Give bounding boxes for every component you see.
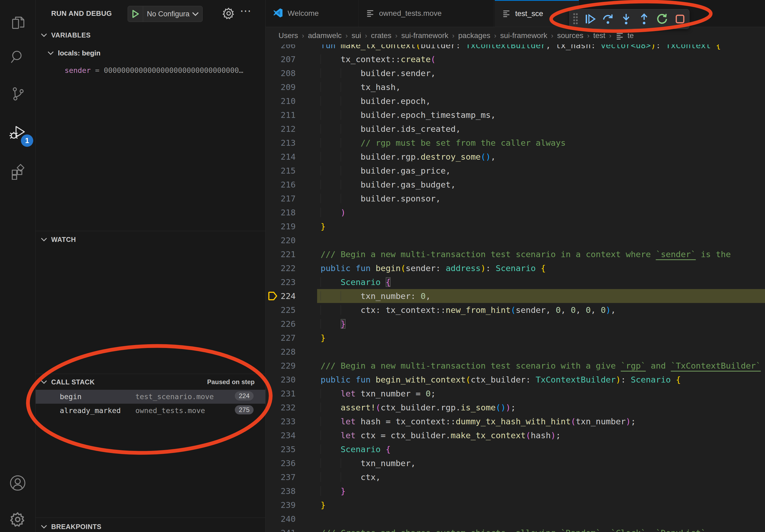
breadcrumb-item[interactable]: Users	[279, 31, 298, 40]
activity-extensions-icon[interactable]	[0, 157, 35, 186]
line-number[interactable]: 219	[266, 219, 296, 233]
gear-icon[interactable]	[221, 6, 236, 21]
ellipsis-icon[interactable]: ⋯	[240, 4, 252, 17]
line-number[interactable]: 208	[266, 66, 296, 80]
code-line[interactable]: 241/// Creates and shares system objects…	[266, 526, 765, 532]
activity-debug-icon[interactable]: 1	[0, 118, 35, 147]
code-line[interactable]: 218 )	[266, 205, 765, 219]
breadcrumb-item[interactable]: sui-framework	[500, 31, 547, 40]
line-number[interactable]: 212	[266, 122, 296, 136]
code-line[interactable]: 238 }	[266, 484, 765, 498]
breadcrumb-item[interactable]: crates	[371, 31, 391, 40]
line-number[interactable]: 220	[266, 233, 296, 247]
code-line[interactable]: 239}	[266, 498, 765, 512]
code-line[interactable]: 207 tx_context::create(	[266, 52, 765, 66]
code-line[interactable]: 217 builder.sponsor,	[266, 191, 765, 205]
tab-test_sce[interactable]: test_sce	[495, 0, 579, 27]
code-line[interactable]: 232 assert!(ctx_builder.rgp.is_some());	[266, 400, 765, 414]
line-number[interactable]: 233	[266, 414, 296, 428]
step-over-icon[interactable]	[599, 10, 617, 28]
line-number[interactable]: 218	[266, 205, 296, 219]
step-out-icon[interactable]	[635, 10, 653, 28]
line-number[interactable]: 235	[266, 442, 296, 456]
code-line[interactable]: 223 Scenario {	[266, 275, 765, 289]
variables-scope-row[interactable]: locals: begin	[36, 46, 265, 60]
tab-welcome[interactable]: Welcome	[266, 0, 359, 27]
code-line[interactable]: 235 Scenario {	[266, 442, 765, 456]
line-number[interactable]: 236	[266, 456, 296, 470]
activity-settings-gear-icon[interactable]	[0, 505, 35, 532]
activity-files-icon[interactable]	[0, 8, 35, 38]
code-line[interactable]: 209 tx_hash,	[266, 80, 765, 94]
code-line[interactable]: 237 ctx,	[266, 470, 765, 484]
code-line[interactable]: 216 builder.gas_budget,	[266, 177, 765, 191]
code-line[interactable]: 234 let ctx = ctx_builder.make_tx_contex…	[266, 428, 765, 442]
line-number[interactable]: 221	[266, 247, 296, 261]
line-number[interactable]: 231	[266, 387, 296, 400]
breadcrumb-item[interactable]: sui	[352, 31, 361, 40]
line-number[interactable]: 215	[266, 164, 296, 177]
code-line[interactable]: 222public fun begin(sender: address): Sc…	[266, 261, 765, 275]
breadcrumb-item[interactable]: te	[627, 31, 634, 40]
line-number[interactable]: 217	[266, 191, 296, 205]
code-line[interactable]: 208 builder.sender,	[266, 66, 765, 80]
tab-owned_tests-move[interactable]: owned_tests.move	[359, 0, 494, 27]
line-number[interactable]: 216	[266, 177, 296, 191]
restart-icon[interactable]	[653, 10, 671, 28]
code-line[interactable]: 211 builder.epoch_timestamp_ms,	[266, 108, 765, 122]
stop-icon[interactable]	[671, 10, 689, 28]
activity-account-icon[interactable]	[0, 468, 35, 498]
line-number[interactable]: 227	[266, 331, 296, 345]
code-line[interactable]: 219}	[266, 219, 765, 233]
code-line[interactable]: 220	[266, 233, 765, 247]
code-line[interactable]: 225 ctx: tx_context::new_from_hint(sende…	[266, 303, 765, 317]
code-line[interactable]: 230public fun begin_with_context(ctx_bui…	[266, 373, 765, 387]
line-number[interactable]: 211	[266, 108, 296, 122]
code-line[interactable]: 214 builder.rgp.destroy_some(),	[266, 150, 765, 164]
line-number[interactable]: 237	[266, 470, 296, 484]
start-debug-icon[interactable]	[128, 6, 143, 22]
variable-row[interactable]: sender = 0000000000000000000000000000000…	[36, 63, 265, 77]
call-stack-frame[interactable]: begintest_scenario.move224	[36, 390, 265, 404]
line-number[interactable]: 229	[266, 359, 296, 373]
watch-section-header[interactable]: WATCH	[36, 232, 265, 246]
call-stack-frame[interactable]: already_markedowned_tests.move275	[36, 404, 265, 417]
activity-search-icon[interactable]	[0, 42, 35, 72]
line-number[interactable]: 228	[266, 345, 296, 359]
call-stack-section-header[interactable]: CALL STACK Paused on step	[36, 375, 265, 389]
line-number[interactable]: 209	[266, 80, 296, 94]
code-line[interactable]: 215 builder.gas_price,	[266, 164, 765, 177]
line-number[interactable]: 213	[266, 136, 296, 150]
code-line[interactable]: 224 txn_number: 0,	[266, 289, 765, 303]
breakpoints-section-header[interactable]: BREAKPOINTS	[36, 520, 265, 532]
code-editor[interactable]: 206fun make_tx_context(builder: TxContex…	[266, 38, 765, 532]
line-number[interactable]: 223	[266, 275, 296, 289]
breadcrumb[interactable]: Users›adamwelc›sui›crates›sui-framework›…	[266, 27, 765, 45]
line-number[interactable]: 238	[266, 484, 296, 498]
line-number[interactable]: 234	[266, 428, 296, 442]
code-line[interactable]: 233 let hash = tx_context::dummy_tx_hash…	[266, 414, 765, 428]
code-line[interactable]: 221/// Begin a new multi-transaction tes…	[266, 247, 765, 261]
continue-icon[interactable]	[581, 10, 599, 28]
line-number[interactable]: 214	[266, 150, 296, 164]
line-number[interactable]: 207	[266, 52, 296, 66]
breadcrumb-item[interactable]: sui-framework	[401, 31, 448, 40]
code-line[interactable]: 210 builder.epoch,	[266, 94, 765, 108]
line-number[interactable]: 226	[266, 317, 296, 331]
breadcrumb-item[interactable]: packages	[458, 31, 490, 40]
line-number[interactable]: 241	[266, 526, 296, 532]
breadcrumb-item[interactable]: adamwelc	[308, 31, 342, 40]
line-number[interactable]: 222	[266, 261, 296, 275]
breadcrumb-item[interactable]: sources	[557, 31, 583, 40]
line-number[interactable]: 240	[266, 512, 296, 526]
code-line[interactable]: 227}	[266, 331, 765, 345]
code-line[interactable]: 212 builder.ids_created,	[266, 122, 765, 136]
code-line[interactable]: 231 let txn_number = 0;	[266, 387, 765, 400]
variables-section-header[interactable]: VARIABLES	[36, 28, 265, 42]
code-line[interactable]: 236 txn_number,	[266, 456, 765, 470]
line-number[interactable]: 230	[266, 373, 296, 387]
code-line[interactable]: 229/// Begin a new multi-transaction tes…	[266, 359, 765, 373]
activity-source-control-icon[interactable]	[0, 79, 35, 109]
breadcrumb-item[interactable]: test	[593, 31, 605, 40]
line-number[interactable]: 210	[266, 94, 296, 108]
